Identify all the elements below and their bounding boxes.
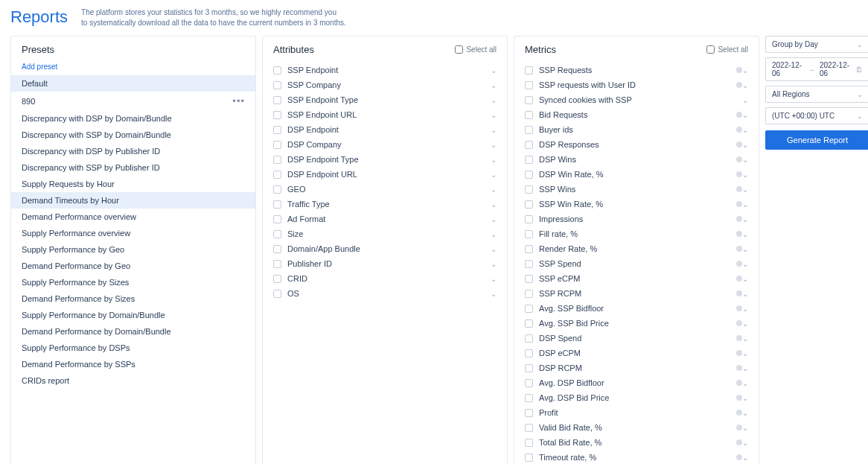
- preset-item[interactable]: Demand Performance by Geo: [11, 258, 255, 274]
- metric-row[interactable]: SSP Win Rate, %⌄: [514, 197, 759, 212]
- info-icon[interactable]: [736, 365, 742, 371]
- metric-row-checkbox[interactable]: [525, 290, 533, 298]
- preset-item[interactable]: Discrepancy with DSP by Publisher ID: [11, 143, 255, 159]
- metric-row[interactable]: DSP RCPM⌄: [514, 360, 759, 375]
- chevron-down-icon[interactable]: ⌄: [742, 156, 748, 164]
- chevron-down-icon[interactable]: ⌄: [742, 320, 748, 328]
- metric-row-checkbox[interactable]: [525, 111, 533, 119]
- metric-row[interactable]: DSP Wins⌄: [514, 152, 759, 167]
- preset-item[interactable]: Supply Performance by DSPs: [11, 340, 255, 356]
- metric-row-checkbox[interactable]: [525, 379, 533, 387]
- attribute-row-checkbox[interactable]: [273, 290, 281, 298]
- metric-row-checkbox[interactable]: [525, 245, 533, 253]
- info-icon[interactable]: [736, 454, 742, 460]
- chevron-down-icon[interactable]: ⌄: [491, 200, 497, 209]
- metric-row-checkbox[interactable]: [525, 96, 533, 104]
- preset-item[interactable]: Demand Performance overview: [11, 209, 255, 225]
- preset-item[interactable]: Supply Performance overview: [11, 225, 255, 241]
- metric-row-checkbox[interactable]: [525, 260, 533, 268]
- metric-row-checkbox[interactable]: [525, 349, 533, 357]
- attribute-row[interactable]: GEO⌄: [263, 182, 507, 197]
- attribute-row-checkbox[interactable]: [273, 260, 281, 268]
- attribute-row[interactable]: CRID⌄: [263, 271, 507, 286]
- attribute-row-checkbox[interactable]: [273, 171, 281, 179]
- attribute-row-checkbox[interactable]: [273, 230, 281, 238]
- preset-item[interactable]: Supply Performance by Domain/Bundle: [11, 307, 255, 323]
- info-icon[interactable]: [736, 276, 742, 282]
- preset-item[interactable]: Discrepancy with SSP by Domain/Bundle: [11, 127, 255, 143]
- metric-row[interactable]: Avg. DSP Bidfloor⌄: [514, 375, 759, 390]
- chevron-down-icon[interactable]: ⌄: [491, 171, 497, 179]
- info-icon[interactable]: [736, 380, 742, 386]
- metric-row[interactable]: Avg. DSP Bid Price⌄: [514, 390, 759, 405]
- metric-row-checkbox[interactable]: [525, 171, 533, 179]
- metric-row[interactable]: Buyer ids⌄: [514, 122, 759, 137]
- chevron-down-icon[interactable]: ⌄: [491, 156, 497, 164]
- attribute-row-checkbox[interactable]: [273, 200, 281, 209]
- metric-row-checkbox[interactable]: [525, 275, 533, 283]
- chevron-down-icon[interactable]: ⌄: [742, 230, 748, 238]
- metric-row[interactable]: Impressions⌄: [514, 212, 759, 226]
- info-icon[interactable]: [736, 112, 742, 118]
- metric-row-checkbox[interactable]: [525, 230, 533, 238]
- attribute-row[interactable]: Traffic Type⌄: [263, 197, 507, 212]
- chevron-down-icon[interactable]: ⌄: [491, 245, 497, 253]
- metric-row[interactable]: Fill rate, %⌄: [514, 226, 759, 241]
- info-icon[interactable]: [736, 67, 742, 73]
- attribute-row-checkbox[interactable]: [273, 275, 281, 283]
- preset-item[interactable]: Demand Performance by SSPs: [11, 356, 255, 372]
- metric-row[interactable]: Synced cookies with SSP⌄: [514, 92, 759, 107]
- chevron-down-icon[interactable]: ⌄: [742, 141, 748, 149]
- attribute-row[interactable]: OS⌄: [263, 286, 507, 301]
- attribute-row-checkbox[interactable]: [273, 126, 281, 134]
- metric-row[interactable]: SSP RCPM⌄: [514, 286, 759, 301]
- chevron-down-icon[interactable]: ⌄: [742, 126, 748, 134]
- chevron-down-icon[interactable]: ⌄: [742, 409, 748, 417]
- metric-row-checkbox[interactable]: [525, 409, 533, 417]
- info-icon[interactable]: [736, 350, 742, 356]
- metric-row-checkbox[interactable]: [525, 454, 533, 462]
- metric-row[interactable]: SSP Wins⌄: [514, 182, 759, 197]
- info-icon[interactable]: [736, 82, 742, 88]
- chevron-down-icon[interactable]: ⌄: [491, 275, 497, 283]
- info-icon[interactable]: [736, 231, 742, 237]
- more-icon[interactable]: •••: [232, 95, 245, 107]
- chevron-down-icon[interactable]: ⌄: [742, 215, 748, 223]
- metric-row[interactable]: Avg. SSP Bidfloor⌄: [514, 301, 759, 316]
- generate-report-button[interactable]: Generate Report: [765, 130, 868, 150]
- preset-item[interactable]: Demand Performance by Domain/Bundle: [11, 323, 255, 340]
- info-icon[interactable]: [736, 395, 742, 401]
- date-range-picker[interactable]: 2022-12-06 → 2022-12-06 🗓: [765, 57, 868, 81]
- metric-row-checkbox[interactable]: [525, 215, 533, 223]
- metric-row-checkbox[interactable]: [525, 394, 533, 402]
- preset-item[interactable]: Demand Timeouts by Hour: [11, 192, 255, 209]
- attribute-row-checkbox[interactable]: [273, 81, 281, 89]
- chevron-down-icon[interactable]: ⌄: [742, 171, 748, 179]
- chevron-down-icon[interactable]: ⌄: [491, 260, 497, 268]
- metric-row[interactable]: SSP requests with User ID⌄: [514, 77, 759, 92]
- preset-item[interactable]: CRIDs report: [11, 372, 255, 389]
- chevron-down-icon[interactable]: ⌄: [742, 260, 748, 268]
- chevron-down-icon[interactable]: ⌄: [491, 215, 497, 223]
- metric-row-checkbox[interactable]: [525, 81, 533, 89]
- chevron-down-icon[interactable]: ⌄: [491, 290, 497, 298]
- metric-row-checkbox[interactable]: [525, 439, 533, 447]
- preset-item[interactable]: Supply Requests by Hour: [11, 176, 255, 192]
- metric-row[interactable]: DSP eCPM⌄: [514, 346, 759, 360]
- add-preset-link[interactable]: Add preset: [11, 63, 255, 75]
- metric-row[interactable]: Avg. SSP Bid Price⌄: [514, 316, 759, 331]
- preset-item[interactable]: 890•••: [11, 92, 255, 110]
- chevron-down-icon[interactable]: ⌄: [491, 141, 497, 149]
- metric-row-checkbox[interactable]: [525, 305, 533, 313]
- attribute-row[interactable]: Ad Format⌄: [263, 212, 507, 226]
- info-icon[interactable]: [736, 320, 742, 326]
- attribute-row[interactable]: Size⌄: [263, 226, 507, 241]
- preset-item[interactable]: Discrepancy with DSP by Domain/Bundle: [11, 110, 255, 127]
- preset-item[interactable]: Supply Performance by Geo: [11, 241, 255, 258]
- info-icon[interactable]: [736, 290, 742, 296]
- attributes-select-all[interactable]: Select all: [455, 45, 497, 54]
- attribute-row[interactable]: SSP Company⌄: [263, 77, 507, 92]
- preset-item[interactable]: Discrepancy with SSP by Publisher ID: [11, 159, 255, 176]
- chevron-down-icon[interactable]: ⌄: [742, 349, 748, 357]
- attribute-row[interactable]: SSP Endpoint URL⌄: [263, 107, 507, 122]
